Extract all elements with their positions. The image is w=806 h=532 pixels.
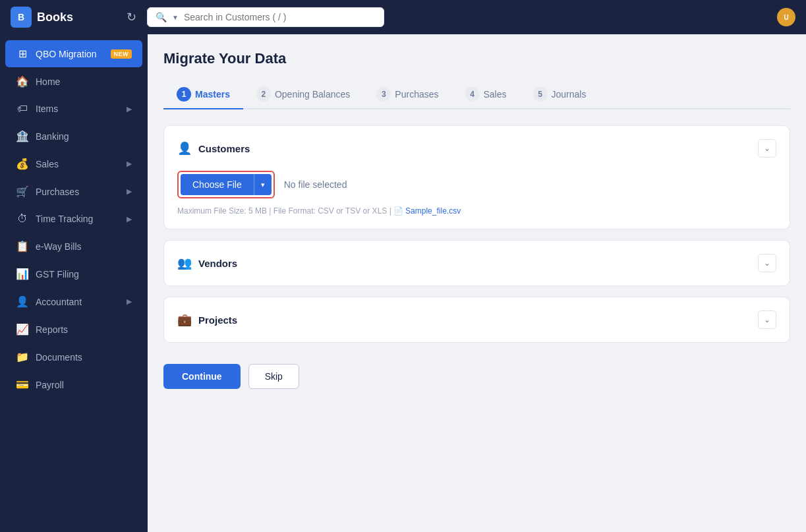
- vendors-card-header[interactable]: 👥 Vendors ⌄: [177, 254, 776, 272]
- vendors-card-header-left: 👥 Vendors: [177, 256, 237, 270]
- brand: B Books: [11, 7, 116, 28]
- sidebar-item-label: Reports: [36, 324, 132, 335]
- page-title: Migrate Your Data: [163, 50, 790, 67]
- payroll-icon: 💳: [16, 378, 29, 391]
- search-input[interactable]: [184, 12, 376, 22]
- sidebar-item-label: Sales: [36, 159, 120, 169]
- csv-file-icon: 📄: [393, 206, 403, 216]
- avatar: U: [777, 8, 795, 26]
- vendors-expand-button[interactable]: ⌄: [758, 254, 776, 272]
- sales-icon: 💰: [16, 158, 29, 170]
- customers-card-header-left: 👤 Customers: [177, 141, 250, 156]
- bottom-actions: Continue Skip: [163, 364, 790, 389]
- purchases-icon: 🛒: [16, 185, 29, 198]
- banking-icon: 🏦: [16, 130, 29, 142]
- projects-card: 💼 Projects ⌄: [163, 297, 790, 343]
- sidebar-item-eway-bills[interactable]: 📋 e-Way Bills: [5, 233, 142, 260]
- projects-expand-button[interactable]: ⌄: [758, 310, 776, 329]
- file-info-label: Maximum File Size: 5 MB | File Format: C…: [177, 206, 391, 216]
- tab-sales[interactable]: 4 Sales: [452, 80, 520, 109]
- sidebar-item-label: Accountant: [36, 297, 120, 307]
- time-tracking-icon: ⏱: [16, 213, 29, 225]
- vendors-icon: 👥: [177, 256, 192, 270]
- eway-bills-icon: 📋: [16, 240, 29, 252]
- sidebar-item-banking[interactable]: 🏦 Banking: [5, 123, 142, 150]
- sample-file-link[interactable]: 📄Sample_file.csv: [393, 206, 461, 216]
- brand-label: Books: [37, 11, 73, 24]
- customers-card-body: Choose File ▾ No file selected Maximum F…: [177, 171, 776, 216]
- arrow-icon: ▶: [127, 297, 132, 306]
- no-file-text: No file selected: [284, 179, 347, 190]
- arrow-icon: ▶: [127, 215, 132, 223]
- sidebar-item-label: Documents: [36, 352, 132, 363]
- sidebar-item-accountant[interactable]: 👤 Accountant ▶: [5, 288, 142, 315]
- arrow-icon: ▶: [127, 105, 132, 113]
- vendors-card: 👥 Vendors ⌄: [163, 240, 790, 286]
- sidebar-item-purchases[interactable]: 🛒 Purchases ▶: [5, 178, 142, 205]
- tab-label-masters: Masters: [195, 89, 230, 100]
- vendors-title: Vendors: [198, 258, 237, 269]
- tabs-container: 1 Masters 2 Opening Balances 3 Purchases…: [163, 80, 790, 109]
- new-badge: NEW: [111, 49, 132, 59]
- customers-collapse-button[interactable]: ⌄: [758, 139, 776, 158]
- file-info-text: Maximum File Size: 5 MB | File Format: C…: [177, 206, 776, 216]
- accountant-icon: 👤: [16, 295, 29, 308]
- main-layout: ⊞ QBO Migration NEW 🏠 Home 🏷 Items ▶ 🏦 B…: [0, 34, 806, 532]
- search-bar: 🔍 ▼: [147, 7, 384, 27]
- sidebar-item-label: GST Filing: [36, 269, 132, 280]
- sidebar: ⊞ QBO Migration NEW 🏠 Home 🏷 Items ▶ 🏦 B…: [0, 34, 148, 532]
- tab-label-purchases: Purchases: [395, 89, 438, 100]
- search-dropdown-arrow[interactable]: ▼: [172, 14, 179, 21]
- choose-file-dropdown-button[interactable]: ▾: [254, 174, 272, 195]
- sidebar-item-home[interactable]: 🏠 Home: [5, 68, 142, 95]
- tab-num-3: 3: [376, 87, 391, 102]
- projects-title: Projects: [198, 314, 237, 326]
- documents-icon: 📁: [16, 351, 29, 363]
- sidebar-item-payroll[interactable]: 💳 Payroll: [5, 371, 142, 398]
- sidebar-item-label: Home: [36, 76, 132, 87]
- tab-label-opening-balances: Opening Balances: [275, 89, 350, 100]
- refresh-button[interactable]: ↻: [124, 7, 139, 27]
- tab-opening-balances[interactable]: 2 Opening Balances: [243, 80, 363, 109]
- sample-link-label: Sample_file.csv: [405, 206, 461, 216]
- reports-icon: 📈: [16, 323, 29, 336]
- tab-num-4: 4: [465, 87, 480, 102]
- sidebar-item-documents[interactable]: 📁 Documents: [5, 343, 142, 370]
- customers-icon: 👤: [177, 141, 192, 156]
- sidebar-item-reports[interactable]: 📈 Reports: [5, 316, 142, 343]
- tab-label-sales: Sales: [484, 89, 507, 100]
- tab-num-1: 1: [177, 87, 191, 102]
- tab-purchases[interactable]: 3 Purchases: [363, 80, 451, 109]
- projects-card-header-left: 💼 Projects: [177, 312, 237, 327]
- sidebar-item-sales[interactable]: 💰 Sales ▶: [5, 150, 142, 177]
- projects-icon: 💼: [177, 312, 192, 327]
- sidebar-item-time-tracking[interactable]: ⏱ Time Tracking ▶: [5, 206, 142, 232]
- tab-num-2: 2: [256, 87, 271, 102]
- skip-button[interactable]: Skip: [248, 364, 299, 389]
- arrow-icon: ▶: [127, 187, 132, 196]
- top-right-area: U: [777, 8, 795, 26]
- customers-card-header[interactable]: 👤 Customers ⌄: [177, 139, 776, 158]
- sidebar-item-label: Purchases: [36, 187, 120, 197]
- sidebar-item-label: Payroll: [36, 380, 132, 390]
- sidebar-item-items[interactable]: 🏷 Items ▶: [5, 96, 142, 122]
- sidebar-item-label: Banking: [36, 131, 132, 142]
- tab-num-5: 5: [533, 87, 548, 102]
- projects-card-header[interactable]: 💼 Projects ⌄: [177, 310, 776, 329]
- qbo-migration-icon: ⊞: [16, 47, 29, 60]
- brand-icon: B: [11, 7, 32, 28]
- file-upload-row: Choose File ▾ No file selected: [177, 171, 776, 198]
- continue-button[interactable]: Continue: [163, 364, 241, 389]
- sidebar-item-label: Items: [36, 103, 120, 114]
- tab-label-journals: Journals: [552, 89, 587, 100]
- tab-masters[interactable]: 1 Masters: [163, 80, 243, 109]
- top-nav: B Books ↻ 🔍 ▼ U: [0, 0, 806, 34]
- sidebar-item-label: QBO Migration: [36, 49, 104, 59]
- home-icon: 🏠: [16, 75, 29, 88]
- sidebar-item-gst-filing[interactable]: 📊 GST Filing: [5, 260, 142, 287]
- content-area: Migrate Your Data 1 Masters 2 Opening Ba…: [148, 34, 806, 532]
- choose-file-button[interactable]: Choose File: [181, 174, 254, 195]
- sidebar-item-qbo-migration[interactable]: ⊞ QBO Migration NEW: [5, 40, 142, 67]
- items-icon: 🏷: [16, 103, 29, 115]
- tab-journals[interactable]: 5 Journals: [520, 80, 600, 109]
